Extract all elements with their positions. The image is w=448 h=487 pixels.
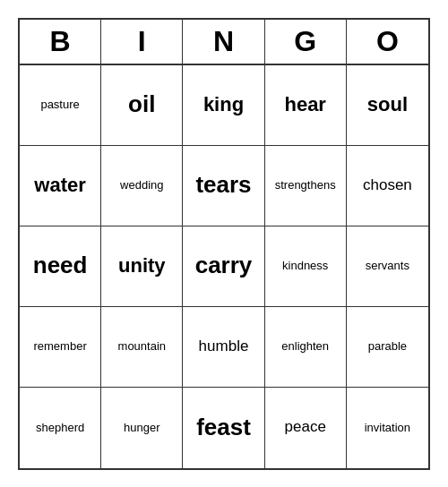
cell-text-1: oil [128,90,155,118]
cell-text-17: humble [199,337,249,355]
bingo-cell-10: need [20,226,101,307]
bingo-cell-20: shepherd [20,388,101,468]
cell-text-12: carry [195,252,253,279]
bingo-cell-1: oil [101,65,183,146]
cell-text-16: mountain [118,339,166,354]
cell-text-24: invitation [365,421,410,435]
bingo-header: BINGO [20,20,428,65]
cell-text-3: hear [284,93,325,116]
cell-text-11: unity [118,254,166,278]
bingo-cell-7: tears [183,146,264,226]
cell-text-14: servants [366,259,409,273]
header-letter-n: N [183,20,264,64]
cell-text-7: tears [195,171,251,199]
bingo-card: BINGO pastureoilkinghearsoulwaterwedding… [18,18,430,470]
bingo-cell-19: parable [347,307,428,388]
bingo-cell-0: pasture [20,65,101,146]
cell-text-10: need [33,252,88,279]
bingo-cell-11: unity [101,226,183,307]
bingo-cell-24: invitation [347,388,428,468]
cell-text-0: pasture [40,98,79,112]
bingo-cell-22: feast [183,388,264,468]
cell-text-15: remember [33,339,86,354]
header-letter-o: O [347,20,428,64]
bingo-cell-12: carry [183,226,264,307]
bingo-cell-13: kindness [265,226,347,307]
cell-text-13: kindness [282,259,328,273]
bingo-cell-2: king [183,65,264,146]
bingo-cell-8: strengthens [265,146,347,226]
bingo-grid: pastureoilkinghearsoulwaterweddingtearss… [20,65,428,468]
cell-text-22: feast [196,414,251,441]
cell-text-23: peace [285,418,326,436]
bingo-cell-5: water [20,146,101,226]
bingo-cell-3: hear [265,65,347,146]
bingo-cell-14: servants [347,226,428,307]
cell-text-4: soul [367,93,408,116]
bingo-cell-17: humble [183,307,264,388]
cell-text-5: water [34,174,85,197]
header-letter-i: I [101,20,183,64]
bingo-cell-18: enlighten [265,307,347,388]
cell-text-19: parable [368,339,407,354]
cell-text-9: chosen [363,176,412,194]
bingo-cell-23: peace [265,388,347,468]
cell-text-21: hunger [124,421,159,435]
bingo-cell-4: soul [347,65,428,146]
cell-text-20: shepherd [36,421,84,435]
header-letter-b: B [20,20,101,64]
bingo-cell-15: remember [20,307,101,388]
cell-text-6: wedding [120,178,163,192]
cell-text-8: strengthens [275,178,336,192]
bingo-cell-6: wedding [101,146,183,226]
bingo-cell-9: chosen [347,146,428,226]
bingo-cell-16: mountain [101,307,183,388]
bingo-cell-21: hunger [101,388,183,468]
cell-text-2: king [203,93,244,116]
header-letter-g: G [265,20,347,64]
cell-text-18: enlighten [281,339,329,354]
